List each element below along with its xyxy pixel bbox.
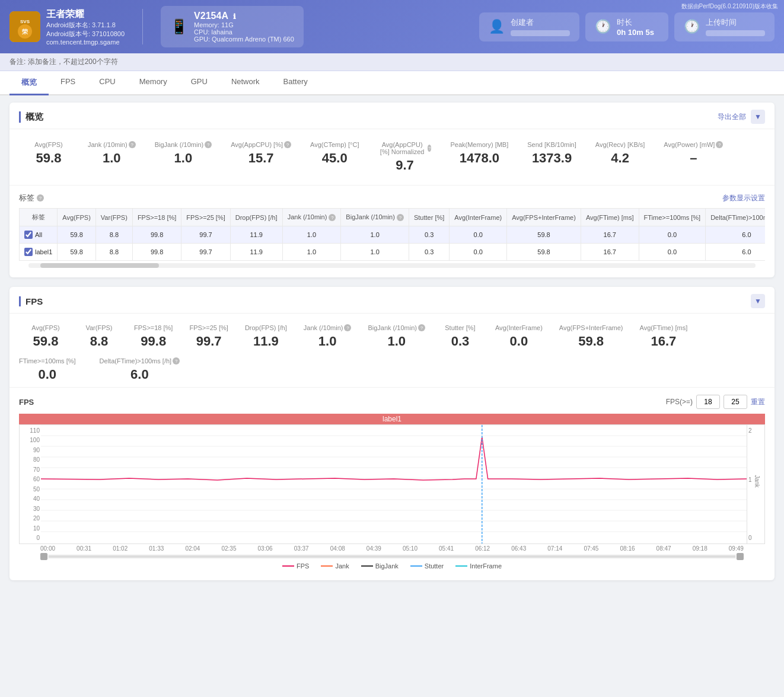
scroll-track [49, 555, 735, 558]
th-bigjank-info[interactable]: ? [397, 214, 404, 221]
legend-bigjank-label: BigJank [375, 562, 399, 570]
fps-fps-interframe-label: Avg(FPS+InterFrame) [559, 324, 623, 331]
td-label1-label: label1 [20, 244, 58, 261]
appcpu-norm-info-icon[interactable]: ? [428, 145, 432, 152]
stat-peak-memory: Peak(Memory) [MB] 1478.0 [441, 136, 518, 178]
stat-avg-fps-value: 59.8 [28, 151, 69, 166]
fps-stutter-label: Stutter [%] [442, 324, 479, 331]
fps-ftime100-value: 0.0 [19, 367, 76, 382]
tab-gpu[interactable]: GPU [179, 71, 219, 95]
creator-card: 👤 创建者 [479, 12, 579, 41]
fps-bigjank-info[interactable]: ? [418, 324, 425, 331]
fps-bigjank-label: BigJank (/10min) ? [368, 324, 425, 331]
tab-memory[interactable]: Memory [128, 71, 179, 95]
export-button[interactable]: 导出全部 [718, 112, 746, 122]
stat-recv-value: 4.2 [595, 151, 645, 166]
table-container[interactable]: 标签 Avg(FPS) Var(FPS) FPS>=18 [%] FPS>=25… [19, 208, 765, 261]
stat-send-label: Send [KB/10min] [527, 141, 576, 148]
chart-title: FPS [19, 398, 34, 407]
fps-interframe-label: Avg(InterFrame) [495, 324, 543, 331]
table-header-row: 标签 ? 参数显示设置 [19, 193, 765, 203]
td-all-ftime: 16.7 [581, 226, 639, 244]
fps-jank: Jank (/10min) ? 1.0 [295, 321, 360, 353]
legend-stutter: Stutter [410, 562, 444, 570]
y-axis-left: 1101009080706050403020100 [20, 425, 41, 543]
table-label-info[interactable]: ? [37, 194, 44, 202]
fps-avg-fps: Avg(FPS) 59.8 [19, 321, 72, 353]
fps-jank-info[interactable]: ? [344, 324, 351, 331]
td-all-fps18: 99.8 [132, 226, 181, 244]
label1-checkbox[interactable] [24, 248, 33, 256]
th-stutter: Stutter [%] [409, 209, 449, 226]
bigjank-info-icon[interactable]: ? [205, 141, 212, 148]
chart-inner: 1101009080706050403020100 [20, 425, 764, 543]
data-source: 数据由PerfDog(6.0.210910)版本收集 [681, 2, 778, 11]
tab-network[interactable]: Network [219, 71, 272, 95]
tab-battery[interactable]: Battery [272, 71, 320, 95]
device-details: V2154A ℹ Memory: 11G CPU: lahaina GPU: Q… [194, 11, 294, 43]
upload-time-bar [706, 30, 765, 36]
params-link[interactable]: 参数显示设置 [722, 193, 765, 203]
reset-button[interactable]: 重置 [751, 397, 765, 407]
fps-ftime-label: Avg(FTime) [ms] [640, 324, 688, 331]
fps-drop-value: 11.9 [245, 334, 287, 349]
fps-delta-info[interactable]: ? [173, 357, 180, 365]
fps-25-input[interactable] [724, 395, 747, 409]
td-label1-fps-interframe: 59.8 [507, 244, 581, 261]
fps-fps18-label: FPS>=18 [%] [134, 324, 173, 331]
scroll-right-handle[interactable] [737, 553, 744, 560]
device-info-icon[interactable]: ℹ [233, 12, 236, 21]
legend-stutter-label: Stutter [425, 562, 444, 570]
collapse-overview-button[interactable]: ▼ [751, 110, 765, 124]
stat-recv: Avg(Recv) [KB/s] 4.2 [586, 136, 655, 178]
duration-content: 时长 0h 10m 5s [617, 17, 654, 37]
fps-avg-fps-value: 59.8 [27, 334, 64, 349]
td-all-interframe: 0.0 [450, 226, 507, 244]
td-all-delta: 6.0 [706, 226, 765, 244]
stat-appcpu-norm: Avg(AppCPU) [%] Normalized ? 9.7 [368, 136, 441, 178]
device-cpu: CPU: lahaina [194, 28, 294, 36]
phone-icon: 📱 [170, 18, 188, 35]
creator-bar [511, 30, 570, 36]
all-checkbox[interactable] [24, 231, 33, 239]
chart-scrollbar[interactable] [40, 554, 744, 559]
stat-peak-memory-value: 1478.0 [450, 151, 508, 166]
td-all-fps-interframe: 59.8 [507, 226, 581, 244]
fps-stats-row1: Avg(FPS) 59.8 Var(FPS) 8.8 FPS>=18 [%] 9… [9, 314, 775, 357]
table-label: 标签 ? [19, 193, 44, 203]
scroll-left-handle[interactable] [40, 553, 47, 560]
td-all-bigjank: 1.0 [341, 226, 409, 244]
tab-fps[interactable]: FPS [49, 71, 87, 95]
stat-appcpu-label: Avg(AppCPU) [%] ? [231, 141, 291, 148]
table-scrollbar[interactable] [28, 263, 756, 268]
fps-var-fps: Var(FPS) 8.8 [72, 321, 126, 353]
jank-info-icon[interactable]: ? [129, 141, 136, 148]
chart-body[interactable] [41, 425, 747, 543]
th-var-fps: Var(FPS) [95, 209, 132, 226]
legend-interframe-label: InterFrame [470, 562, 502, 570]
tab-overview[interactable]: 概览 [9, 71, 49, 95]
note-bar: 备注: 添加备注，不超过200个字符 [0, 53, 784, 71]
appcpu-info-icon[interactable]: ? [284, 141, 291, 148]
fps-section: FPS ▼ Avg(FPS) 59.8 Var(FPS) 8.8 FPS>=18… [9, 287, 775, 580]
stat-appcpu-norm-value: 9.7 [378, 158, 431, 173]
fps-fps18-value: 99.8 [134, 334, 173, 349]
tab-cpu[interactable]: CPU [87, 71, 127, 95]
creator-content: 创建者 [511, 17, 570, 36]
fps-18-input[interactable] [696, 395, 720, 409]
fps-ge-label: FPS(>=) [666, 398, 693, 406]
td-all-stutter: 0.3 [409, 226, 449, 244]
power-info-icon[interactable]: ? [716, 141, 723, 148]
fps-interframe-value: 0.0 [495, 334, 543, 349]
stat-ctemp-label: Avg(CTemp) [°C] [310, 141, 359, 148]
th-jank-info[interactable]: ? [329, 214, 336, 221]
th-label: 标签 [20, 209, 58, 226]
label1-name: label1 [35, 248, 52, 255]
fps-controls: FPS(>=) 重置 [666, 395, 765, 409]
td-all-jank: 1.0 [282, 226, 341, 244]
main-content: 概览 导出全部 ▼ Avg(FPS) 59.8 Jank (/10min) ? … [0, 95, 784, 597]
stat-ctemp-value: 45.0 [310, 151, 359, 166]
collapse-fps-button[interactable]: ▼ [751, 294, 765, 308]
app-details: 王者荣耀 Android版本名: 3.71.1.8 Android版本号: 37… [46, 8, 125, 46]
fps-bigjank-value: 1.0 [368, 334, 425, 349]
